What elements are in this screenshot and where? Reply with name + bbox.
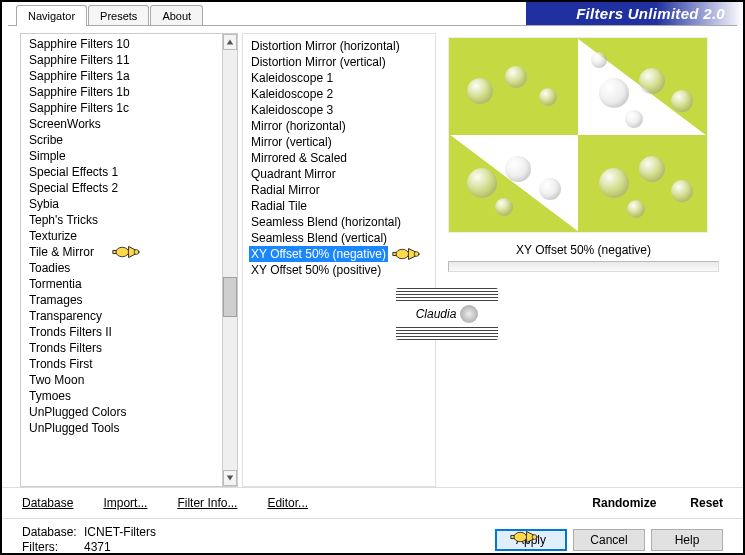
preview-label: XY Offset 50% (negative) [448, 233, 719, 261]
list-item[interactable]: Tormentia [27, 276, 222, 292]
tab-about[interactable]: About [150, 5, 203, 26]
list-item[interactable]: Tile & Mirror [27, 244, 222, 260]
list-item[interactable]: Teph's Tricks [27, 212, 222, 228]
list-item[interactable]: Seamless Blend (horizontal) [249, 214, 435, 230]
help-button[interactable]: Help [651, 529, 723, 551]
tab-navigator[interactable]: Navigator [16, 5, 87, 26]
filterinfo-link[interactable]: Filter Info... [177, 496, 237, 510]
list-item[interactable]: Mirrored & Scaled [249, 150, 435, 166]
pointer-hand-icon [509, 526, 541, 551]
tabbar: Navigator Presets About [2, 2, 204, 26]
categories-listbox[interactable]: Sapphire Filters 10Sapphire Filters 11Sa… [20, 33, 222, 487]
list-item[interactable]: Radial Mirror [249, 182, 435, 198]
randomize-link[interactable]: Randomize [592, 496, 656, 510]
list-item[interactable]: Tronds Filters [27, 340, 222, 356]
reset-link[interactable]: Reset [690, 496, 723, 510]
list-item[interactable]: Tramages [27, 292, 222, 308]
list-item[interactable]: Simple [27, 148, 222, 164]
pointer-hand-icon [111, 241, 143, 266]
filters-listbox[interactable]: Distortion Mirror (horizontal)Distortion… [242, 33, 436, 487]
svg-point-3 [414, 252, 419, 257]
list-item[interactable]: Radial Tile [249, 198, 435, 214]
list-item[interactable]: XY Offset 50% (negative) [249, 246, 388, 262]
list-item[interactable]: ScreenWorks [27, 116, 222, 132]
scrollbar[interactable] [222, 33, 238, 487]
preview-image [448, 37, 708, 233]
list-item[interactable]: Special Effects 2 [27, 180, 222, 196]
list-item[interactable]: UnPlugged Tools [27, 420, 222, 436]
status-text: Database:ICNET-Filters Filters:4371 [22, 525, 156, 554]
svg-point-0 [116, 247, 129, 256]
list-item[interactable]: Sapphire Filters 1b [27, 84, 222, 100]
app-title: Filters Unlimited 2.0 [526, 2, 743, 26]
list-item[interactable]: Quadrant Mirror [249, 166, 435, 182]
scroll-down-icon[interactable] [223, 470, 237, 486]
pointer-hand-icon [391, 243, 423, 268]
tab-presets[interactable]: Presets [88, 5, 149, 26]
param-slot [448, 261, 719, 272]
list-item[interactable]: Tronds First [27, 356, 222, 372]
cancel-button[interactable]: Cancel [573, 529, 645, 551]
scroll-up-icon[interactable] [223, 34, 237, 50]
list-item[interactable]: Distortion Mirror (horizontal) [249, 38, 435, 54]
database-link[interactable]: Database [22, 496, 73, 510]
list-item[interactable]: Sapphire Filters 1a [27, 68, 222, 84]
list-item[interactable]: Special Effects 1 [27, 164, 222, 180]
scroll-thumb[interactable] [223, 277, 237, 317]
list-item[interactable]: Distortion Mirror (vertical) [249, 54, 435, 70]
list-item[interactable]: Kaleidoscope 1 [249, 70, 435, 86]
list-item[interactable]: Mirror (vertical) [249, 134, 435, 150]
import-link[interactable]: Import... [103, 496, 147, 510]
list-item[interactable]: Two Moon [27, 372, 222, 388]
svg-point-2 [396, 249, 409, 258]
list-item[interactable]: Sybia [27, 196, 222, 212]
list-item[interactable]: Mirror (horizontal) [249, 118, 435, 134]
list-item[interactable]: Kaleidoscope 2 [249, 86, 435, 102]
svg-point-5 [532, 535, 537, 540]
svg-point-4 [514, 532, 527, 541]
list-item[interactable]: Sapphire Filters 10 [27, 36, 222, 52]
list-item[interactable]: Transparency [27, 308, 222, 324]
svg-point-1 [134, 250, 139, 255]
list-item[interactable]: UnPlugged Colors [27, 404, 222, 420]
list-item[interactable]: Tronds Filters II [27, 324, 222, 340]
list-item[interactable]: Sapphire Filters 1c [27, 100, 222, 116]
list-item[interactable]: Scribe [27, 132, 222, 148]
editor-link[interactable]: Editor... [267, 496, 308, 510]
list-item[interactable]: Tymoes [27, 388, 222, 404]
list-item[interactable]: Sapphire Filters 11 [27, 52, 222, 68]
list-item[interactable]: Kaleidoscope 3 [249, 102, 435, 118]
